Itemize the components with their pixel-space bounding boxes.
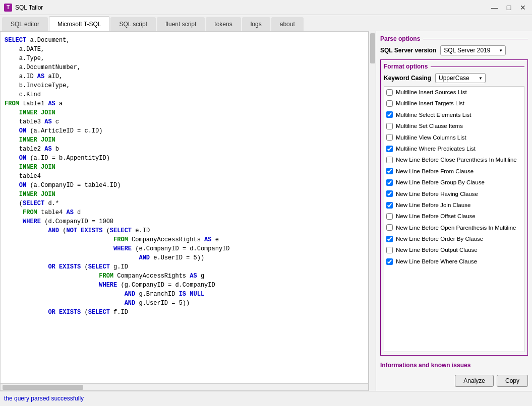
copy-button[interactable]: Copy [497,375,528,387]
checkbox-cb6[interactable] [386,146,393,152]
checkbox-item-cb4: Multiline Set Clause Items [384,120,524,131]
checkbox-list: Multiline Insert Sources ListMultiline I… [384,86,524,352]
checkbox-item-cb5: Multiline View Columns List [384,132,524,143]
right-pane: Parse options SQL Server version SQL Ser… [376,31,532,391]
checkbox-cb11[interactable] [386,202,393,209]
checkbox-cb7[interactable] [386,157,393,163]
scrollbar-thumb-h[interactable] [3,385,83,390]
sql-version-select[interactable]: SQL Server 2019SQL Server 2017SQL Server… [440,45,506,55]
checkbox-label-cb8[interactable]: New Line Before From Clause [396,167,474,176]
checkbox-cb4[interactable] [386,123,393,129]
checkbox-label-cb5[interactable]: Multiline View Columns List [396,133,466,142]
tab-about[interactable]: about [271,17,304,31]
format-options-title: Format options [384,63,524,70]
checkbox-label-cb7[interactable]: New Line Before Close Parenthesis In Mul… [396,155,517,164]
checkbox-item-cb1: Multiline Insert Sources List [384,87,524,98]
app-title: SQL Tailor [15,4,490,11]
minimize-button[interactable]: — [490,3,500,13]
tab-sql-editor[interactable]: SQL editor [2,17,48,31]
tab-tokens[interactable]: tokens [206,17,241,31]
status-bar: the query parsed successfully [0,391,532,405]
checkbox-label-cb1[interactable]: Multiline Insert Sources List [396,88,467,97]
checkbox-item-cb9: New Line Before Group By Clause [384,177,524,188]
checkbox-label-cb13[interactable]: New Line Before Open Parenthesis In Mult… [396,223,516,232]
tab-logs[interactable]: logs [242,17,270,31]
checkbox-item-cb3: Multiline Select Elements List [384,109,524,120]
keyword-casing-label: Keyword Casing [384,75,431,82]
tab-microsoft-tsql[interactable]: Microsoft T-SQL [49,16,109,31]
checkbox-item-cb13: New Line Before Open Parenthesis In Mult… [384,222,524,233]
info-label: Informations and known issues [380,362,470,369]
checkbox-label-cb6[interactable]: Multiline Where Predicates List [396,144,476,153]
sql-version-label: SQL Server version [380,47,436,54]
checkbox-label-cb16[interactable]: New Line Before Where Clause [396,257,477,266]
bottom-buttons: Analyze Copy [380,375,528,387]
parse-options-section: Parse options SQL Server version SQL Ser… [380,35,528,55]
checkbox-label-cb4[interactable]: Multiline Set Clause Items [396,121,463,130]
checkbox-label-cb2[interactable]: Multiline Insert Targets List [396,99,464,108]
info-section: Informations and known issues [380,362,528,369]
checkbox-label-cb10[interactable]: New Line Before Having Clause [396,189,478,198]
checkbox-cb12[interactable] [386,213,393,220]
checkbox-item-cb10: New Line Before Having Clause [384,188,524,199]
checkbox-label-cb9[interactable]: New Line Before Group By Clause [396,178,485,187]
checkbox-cb5[interactable] [386,134,393,141]
checkbox-cb10[interactable] [386,190,393,197]
checkbox-item-cb11: New Line Before Join Clause [384,199,524,211]
checkbox-cb13[interactable] [386,224,393,231]
maximize-button[interactable]: □ [504,3,514,13]
checkbox-cb14[interactable] [386,236,393,242]
checkbox-label-cb11[interactable]: New Line Before Join Clause [396,200,470,210]
checkbox-cb16[interactable] [386,258,393,265]
checkbox-item-cb15: New Line Before Output Clause [384,244,524,255]
checkbox-item-cb7: New Line Before Close Parenthesis In Mul… [384,154,524,165]
editor-scroll[interactable]: SELECT a.Document, a.DATE, a.Type, a.Doc… [1,32,368,383]
checkbox-label-cb12[interactable]: New Line Before Offset Clause [396,212,476,221]
checkbox-label-cb15[interactable]: New Line Before Output Clause [396,245,478,254]
checkbox-item-cb8: New Line Before From Clause [384,166,524,177]
checkbox-item-cb12: New Line Before Offset Clause [384,211,524,222]
checkbox-label-cb14[interactable]: New Line Before Order By Clause [396,234,483,243]
checkbox-item-cb16: New Line Before Where Clause [384,256,524,267]
parse-options-title: Parse options [380,35,528,42]
title-bar: T SQL Tailor — □ ✕ [0,0,532,15]
sql-content: SELECT a.Document, a.DATE, a.Type, a.Doc… [5,36,366,317]
checkbox-cb8[interactable] [386,168,393,174]
editor-pane: SELECT a.Document, a.DATE, a.Type, a.Doc… [0,31,369,391]
checkbox-cb9[interactable] [386,179,393,186]
checkbox-item-cb2: Multiline Insert Targets List [384,98,524,109]
status-message: the query parsed successfully [4,395,84,402]
close-button[interactable]: ✕ [518,3,528,13]
vertical-scrollbar[interactable] [369,31,376,391]
tab-fluent-script[interactable]: fluent script [157,17,205,31]
checkbox-cb2[interactable] [386,100,393,107]
checkbox-item-cb6: Multiline Where Predicates List [384,143,524,154]
format-options-section: Format options Keyword Casing UpperCaseL… [380,59,528,356]
scrollbar-thumb-v[interactable] [370,33,375,63]
tab-sql-script[interactable]: SQL script [110,17,156,31]
app-icon: T [4,4,12,12]
tab-bar: SQL editorMicrosoft T-SQLSQL scriptfluen… [0,15,532,31]
checkbox-item-cb14: New Line Before Order By Clause [384,233,524,244]
checkbox-cb1[interactable] [386,89,393,96]
checkbox-label-cb3[interactable]: Multiline Select Elements List [396,110,471,119]
keyword-casing-select[interactable]: UpperCaseLowerCaseTitleCase [435,73,486,83]
checkbox-cb15[interactable] [386,247,393,253]
checkbox-cb3[interactable] [386,111,393,118]
analyze-button[interactable]: Analyze [455,375,494,387]
horizontal-scrollbar[interactable] [1,383,368,390]
